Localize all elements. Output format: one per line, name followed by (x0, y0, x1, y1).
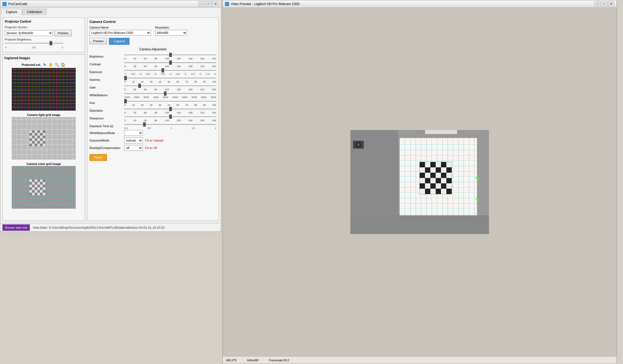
camera-name-group: Camera Name Logitech HD Pro Webcam C920 (90, 26, 151, 36)
exposure-time-slider[interactable] (124, 122, 216, 127)
svg-rect-79 (430, 183, 436, 189)
svg-rect-87 (441, 189, 446, 194)
app-title: ProCamCalib (8, 2, 27, 6)
camera-name-label: Camera Name (90, 26, 151, 29)
backlight-compensation-fix-text: Fix to 'off' (145, 146, 157, 149)
sharpness-slider-area: 0306090120150180210255 (124, 115, 216, 122)
minimize-button[interactable]: ─ (199, 1, 205, 7)
close-button[interactable]: ✕ (212, 1, 219, 7)
svg-rect-63 (441, 167, 446, 173)
whitebalance-mode-select[interactable] (124, 130, 143, 136)
backlight-compensation-select[interactable]: off (124, 145, 143, 151)
hue-row: Hue 0102030405060708090100 (90, 99, 216, 106)
reset-button[interactable]: Reset (90, 154, 107, 161)
saturation-slider[interactable] (124, 107, 216, 111)
preview-resolution: 640x480 (247, 359, 258, 362)
exposure-ticks: -7-6.5-6-5.5-5-4.5-4-3.5-3-2.5-2-1.5-1 (124, 73, 216, 75)
preview-maximize-button[interactable]: □ (601, 1, 608, 7)
app-icon (2, 2, 7, 6)
svg-rect-61 (430, 167, 436, 173)
brightness-label: Brightness (90, 55, 124, 58)
saturation-ticks: 0306090120150180210255 (124, 111, 216, 114)
svg-rect-57 (441, 162, 446, 167)
svg-rect-56 (436, 162, 441, 167)
exposure-mode-select[interactable]: manual (124, 137, 143, 143)
projector-brightness-slider[interactable] (5, 41, 63, 45)
gain-row: Gain 0306090120150180210255 (90, 84, 216, 91)
tab-bar: Capture Calibration (0, 8, 221, 15)
hue-slider[interactable] (124, 99, 216, 103)
preview-status-bar: 409,275 640x480 Framerate:30.2 (223, 356, 617, 364)
projected-col-header: Projected col. ✎ ✋ 🔍 🏠 (4, 62, 83, 68)
camera-preview-button[interactable]: Preview (90, 38, 107, 44)
browse-data-root-button[interactable]: Browse data root (2, 224, 30, 231)
svg-rect-81 (441, 183, 446, 189)
hand-icon[interactable]: ✋ (48, 62, 54, 67)
preview-window-controls: ─ □ ✕ (594, 1, 614, 7)
gain-slider[interactable] (124, 84, 216, 88)
camera-control-panel: Camera Control Camera Name Logitech HD P… (87, 17, 219, 221)
tab-calibration[interactable]: Calibration (22, 9, 47, 15)
window-controls: ─ □ ✕ (199, 1, 219, 7)
camera-color-grid-title: Camera color grid image (4, 162, 83, 165)
svg-rect-85 (430, 189, 436, 194)
svg-rect-62 (436, 167, 441, 173)
svg-rect-86 (436, 189, 441, 194)
exposure-slider[interactable] (124, 68, 216, 72)
preview-window: Video Preview - Logitech HD Pro Webcam C… (222, 0, 617, 364)
projected-col-pattern (12, 68, 76, 111)
svg-point-94 (476, 198, 479, 201)
gamma-ticks: 0102030405060708090100 (124, 80, 216, 83)
preview-coords: 409,275 (226, 359, 237, 362)
whitebalance-ticks: 2000250030003500400045005000550060006500 (124, 96, 216, 99)
camera-name-select[interactable]: Logitech HD Pro Webcam C920 (90, 30, 151, 36)
captured-images-panel: Captured Images Projected col. ✎ ✋ 🔍 🏠 (2, 54, 85, 221)
svg-point-93 (476, 177, 479, 179)
contrast-slider[interactable] (124, 60, 216, 65)
edit-icon[interactable]: ✎ (42, 62, 47, 67)
gamma-label: Gamma (90, 78, 124, 81)
whitebalance-row: WhiteBalance 200025003000350040004500500… (90, 91, 216, 99)
svg-rect-83 (420, 189, 425, 194)
projector-preview-button[interactable]: Preview (54, 30, 72, 36)
checker-inner-2 (29, 179, 45, 195)
gain-ticks: 0306090120150180210255 (124, 88, 216, 91)
maximize-button[interactable]: □ (205, 1, 212, 7)
preview-svg (350, 130, 489, 234)
svg-rect-53 (420, 162, 425, 167)
preview-app-icon (225, 2, 229, 6)
svg-rect-69 (441, 173, 446, 178)
resolution-label: Resolution (155, 26, 187, 29)
preview-content (223, 8, 617, 356)
svg-rect-3 (425, 130, 457, 134)
resolution-group: Resolution 640x480 (155, 26, 187, 36)
preview-window-title: Video Preview - Logitech HD Pro Webcam C… (231, 2, 300, 6)
gamma-slider-area: 0102030405060708090100 (124, 76, 216, 83)
projector-screen-select[interactable]: [Screen: 3] 800x600 (5, 30, 53, 36)
tab-capture[interactable]: Capture (1, 9, 22, 15)
whitebalance-slider[interactable] (124, 91, 216, 96)
resolution-select[interactable]: 640x480 (155, 30, 187, 36)
preview-minimize-button[interactable]: ─ (594, 1, 601, 7)
svg-rect-74 (436, 178, 441, 183)
sharpness-slider[interactable] (124, 115, 216, 119)
camera-light-grid-image (12, 117, 76, 160)
gamma-slider[interactable] (124, 76, 216, 80)
zoom-in-icon[interactable]: 🔍 (54, 62, 60, 67)
svg-rect-78 (425, 183, 430, 189)
camera-capture-button[interactable]: Capture (109, 38, 130, 45)
preview-close-button[interactable]: ✕ (608, 1, 614, 7)
brightness-slider[interactable] (124, 53, 216, 57)
sharpness-ticks: 0306090120150180210255 (124, 119, 216, 122)
projector-brightness-label: Projector Brightness (5, 38, 83, 41)
sharpness-row: Sharpness 0306090120150180210255 (90, 115, 216, 122)
brightness-ticks: 0306090120150180210255 (124, 57, 216, 60)
exposure-time-slider-area: 0.10.511.52 (124, 122, 216, 130)
svg-rect-76 (446, 178, 452, 183)
projected-col-title: Projected col. (22, 63, 41, 66)
svg-rect-64 (446, 167, 452, 173)
zoom-out-icon[interactable]: 🏠 (60, 62, 66, 67)
hue-slider-area: 0102030405060708090100 (124, 99, 216, 106)
exposure-mode-row: ExposureMode manual Fix to 'manual' (90, 137, 216, 143)
exposure-time-row: Exposure Time (s) 0.10.511.52 (90, 122, 216, 130)
